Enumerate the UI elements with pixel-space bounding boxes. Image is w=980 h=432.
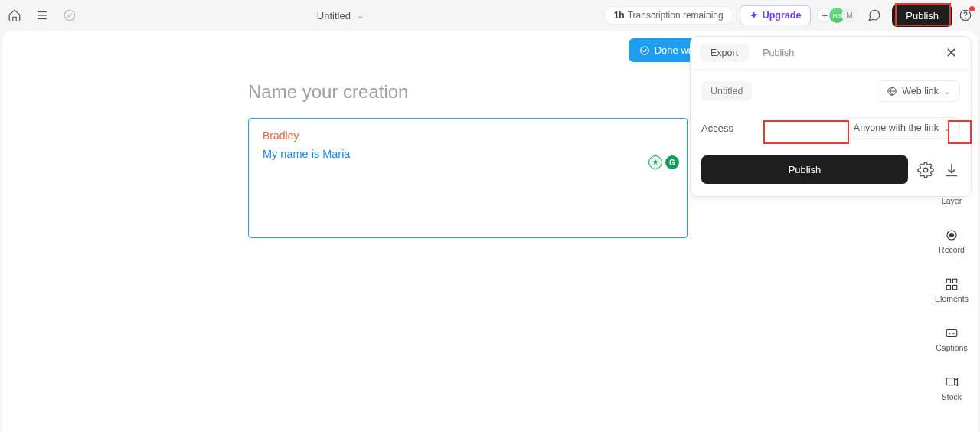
chevron-down-icon: ⌄ — [943, 123, 950, 133]
sync-status-icon — [63, 8, 77, 22]
stock-icon — [945, 375, 959, 389]
captions-icon — [945, 326, 959, 340]
svg-rect-10 — [953, 279, 957, 283]
record-icon — [945, 228, 959, 242]
rail-label: Record — [939, 245, 965, 254]
panel-access-row: Access Anyone with the link ⌄ — [691, 110, 971, 146]
svg-point-16 — [923, 168, 928, 172]
chevron-down-icon: ⌄ — [357, 11, 364, 21]
rail-label: Elements — [935, 294, 969, 303]
access-value: Anyone with the link — [854, 123, 939, 133]
panel-actions: Publish — [691, 146, 971, 196]
grammarly-icon[interactable]: G — [665, 155, 679, 169]
speaker-label[interactable]: Bradley — [263, 129, 673, 142]
editor-badges: G — [648, 155, 679, 169]
panel-title-row: Untitled Web link ⌄ — [691, 70, 971, 110]
notification-dot — [969, 6, 975, 11]
panel-tabs: Export Publish ✕ — [691, 37, 971, 70]
chat-icon[interactable] — [867, 8, 881, 22]
rail-label: Stock — [942, 392, 962, 401]
tab-export[interactable]: Export — [700, 44, 749, 62]
globe-icon — [887, 86, 897, 97]
check-circle-icon — [639, 45, 650, 56]
transcript-text[interactable]: My name is Maria — [263, 146, 673, 163]
document-title: Untitled — [317, 10, 351, 21]
panel-title-chip[interactable]: Untitled — [701, 81, 752, 101]
settings-icon[interactable] — [917, 162, 934, 178]
svg-point-5 — [965, 18, 966, 18]
svg-point-8 — [949, 233, 954, 237]
download-icon[interactable] — [943, 162, 960, 178]
publish-button-top[interactable]: Publish — [892, 5, 952, 27]
access-label: Access — [701, 123, 733, 134]
editor-area: Name your creation Bradley My name is Ma… — [248, 81, 688, 238]
transcription-remaining-pill[interactable]: 1h Transcription remaining — [604, 6, 733, 25]
home-icon[interactable] — [8, 8, 21, 22]
assist-icon[interactable] — [648, 155, 662, 169]
project-title-input[interactable]: Name your creation — [248, 81, 688, 103]
rail-elements[interactable]: Elements — [935, 277, 969, 303]
access-dropdown[interactable]: Anyone with the link ⌄ — [844, 117, 960, 139]
document-title-area[interactable]: Untitled ⌄ — [77, 10, 604, 21]
tab-publish[interactable]: Publish — [752, 44, 805, 62]
chevron-down-icon: ⌄ — [943, 87, 950, 97]
rail-record[interactable]: Record — [939, 228, 965, 254]
rail-captions[interactable]: Captions — [936, 326, 967, 352]
avatar-stack[interactable]: + HS M — [817, 8, 857, 23]
upgrade-button[interactable]: Upgrade — [740, 5, 812, 25]
svg-rect-13 — [946, 330, 957, 337]
close-icon[interactable]: ✕ — [941, 43, 962, 63]
top-right-group: 1h Transcription remaining Upgrade + HS … — [604, 5, 972, 27]
top-bar: Untitled ⌄ 1h Transcription remaining Up… — [0, 0, 980, 31]
transcription-hours: 1h — [614, 10, 625, 21]
svg-rect-9 — [946, 279, 950, 283]
rail-stock[interactable]: Stock — [942, 375, 962, 401]
rail-label: Layer — [942, 196, 962, 205]
help-icon[interactable] — [959, 8, 972, 22]
web-link-label: Web link — [902, 86, 939, 97]
top-left-group — [8, 8, 77, 22]
svg-rect-14 — [946, 378, 955, 385]
rail-label: Captions — [936, 343, 967, 352]
elements-icon — [945, 277, 959, 291]
svg-rect-11 — [946, 286, 950, 290]
menu-icon[interactable] — [35, 8, 49, 22]
right-rail: Layer Record Elements Captions Stock — [929, 179, 975, 401]
avatar: M — [841, 8, 857, 23]
panel-publish-button[interactable]: Publish — [701, 155, 908, 184]
lightning-icon — [750, 11, 759, 20]
web-link-dropdown[interactable]: Web link ⌄ — [877, 80, 960, 102]
transcript-editor[interactable]: Bradley My name is Maria G — [248, 118, 688, 238]
publish-panel: Export Publish ✕ Untitled Web link ⌄ Acc… — [690, 36, 972, 197]
transcription-label: Transcription remaining — [628, 10, 724, 21]
svg-rect-12 — [953, 286, 957, 290]
upgrade-label: Upgrade — [763, 10, 802, 21]
